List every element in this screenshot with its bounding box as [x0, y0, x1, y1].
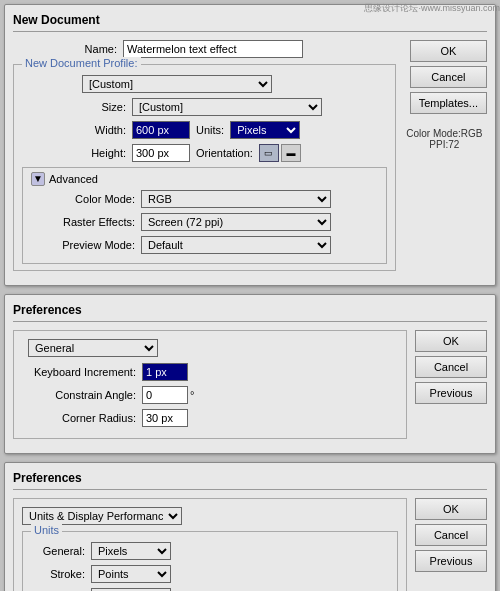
constrain-input[interactable] [142, 386, 188, 404]
preferences2-form: Units & Display Performance Units Genera… [13, 498, 407, 591]
constrain-unit: ° [190, 389, 194, 401]
name-row: Name: [13, 40, 396, 58]
general-select-row: General [22, 339, 398, 357]
raster-row: Raster Effects: Screen (72 ppi) [31, 213, 378, 231]
raster-label: Raster Effects: [31, 216, 141, 228]
keyboard-label: Keyboard Increment: [22, 366, 142, 378]
width-units-row: Width: Units: Pixels [22, 121, 387, 139]
profile-group: New Document Profile: [Custom] Size: [Cu… [13, 64, 396, 271]
new-document-templates-button[interactable]: Templates... [410, 92, 487, 114]
portrait-icon[interactable]: ▭ [259, 144, 279, 162]
landscape-icon[interactable]: ▬ [281, 144, 301, 162]
new-document-title: New Document [13, 13, 487, 32]
preferences2-title: Preferences [13, 471, 487, 490]
constrain-label: Constrain Angle: [22, 389, 142, 401]
stroke-units-select[interactable]: Points [91, 565, 171, 583]
size-row: Size: [Custom] [22, 98, 387, 116]
size-select[interactable]: [Custom] [132, 98, 322, 116]
stroke-units-row: Stroke: Points [31, 565, 389, 583]
preferences2-buttons: OK Cancel Previous [415, 498, 487, 591]
preview-label: Preview Mode: [31, 239, 141, 251]
preferences1-title: Preferences [13, 303, 487, 322]
corner-row: Corner Radius: [22, 409, 398, 427]
preview-select[interactable]: Default [141, 236, 331, 254]
orientation-icons: ▭ ▬ [259, 144, 301, 162]
preferences1-general-group: General Keyboard Increment: Constrain An… [13, 330, 407, 439]
name-input[interactable] [123, 40, 303, 58]
advanced-label: Advanced [49, 173, 98, 185]
units-subgroup: Units General: Pixels Stroke: Points [22, 531, 398, 591]
raster-select[interactable]: Screen (72 ppi) [141, 213, 331, 231]
color-mode-label: Color Mode: [31, 193, 141, 205]
profile-select[interactable]: [Custom] [82, 75, 272, 93]
height-orientation-row: Height: Orientation: ▭ ▬ [22, 144, 387, 162]
watermark: 思缘设计论坛·www.missyuan.com [364, 2, 500, 15]
stroke-units-label: Stroke: [31, 568, 91, 580]
color-mode-row: Color Mode: RGB [31, 190, 378, 208]
new-document-cancel-button[interactable]: Cancel [410, 66, 487, 88]
height-input[interactable] [132, 144, 190, 162]
new-document-form: Name: New Document Profile: [Custom] Siz… [13, 40, 396, 277]
preferences1-previous-button[interactable]: Previous [415, 382, 487, 404]
units-select[interactable]: Pixels [230, 121, 300, 139]
preferences2-group-select[interactable]: Units & Display Performance [22, 507, 182, 525]
preview-row: Preview Mode: Default [31, 236, 378, 254]
preferences1-general-select[interactable]: General [28, 339, 158, 357]
orientation-label: Orientation: [196, 147, 253, 159]
advanced-section: ▼ Advanced Color Mode: RGB Raster Effect… [22, 167, 387, 264]
width-label: Width: [22, 124, 132, 136]
width-input[interactable] [132, 121, 190, 139]
preferences2-cancel-button[interactable]: Cancel [415, 524, 487, 546]
preferences1-buttons: OK Cancel Previous [415, 330, 487, 445]
general-units-row: General: Pixels [31, 542, 389, 560]
advanced-arrow-icon: ▼ [31, 172, 45, 186]
preferences2-dialog: Preferences Units & Display Performance … [4, 462, 496, 591]
corner-label: Corner Radius: [22, 412, 142, 424]
profile-group-title: New Document Profile: [22, 57, 141, 69]
size-label: Size: [22, 101, 132, 113]
new-document-buttons: OK Cancel Templates... [410, 40, 487, 114]
preferences1-form: General Keyboard Increment: Constrain An… [13, 330, 407, 445]
height-label: Height: [22, 147, 132, 159]
units-subgroup-title: Units [31, 524, 62, 536]
preferences1-dialog: Preferences General Keyboard Increment: [4, 294, 496, 454]
constrain-row: Constrain Angle: ° [22, 386, 398, 404]
general-units-label: General: [31, 545, 91, 557]
color-mode-info: Color Mode:RGB PPI:72 [406, 126, 482, 152]
corner-input[interactable] [142, 409, 188, 427]
keyboard-input[interactable] [142, 363, 188, 381]
preferences2-previous-button[interactable]: Previous [415, 550, 487, 572]
units-display-select-row: Units & Display Performance [22, 507, 398, 525]
units-label: Units: [196, 124, 224, 136]
general-units-select[interactable]: Pixels [91, 542, 171, 560]
preferences2-ok-button[interactable]: OK [415, 498, 487, 520]
color-mode-select[interactable]: RGB [141, 190, 331, 208]
new-document-ok-button[interactable]: OK [410, 40, 487, 62]
preferences2-group: Units & Display Performance Units Genera… [13, 498, 407, 591]
name-label: Name: [13, 43, 123, 55]
preferences1-ok-button[interactable]: OK [415, 330, 487, 352]
advanced-title-row[interactable]: ▼ Advanced [31, 172, 378, 186]
new-document-dialog: New Document Name: New Document Profile:… [4, 4, 496, 286]
keyboard-row: Keyboard Increment: [22, 363, 398, 381]
preferences1-cancel-button[interactable]: Cancel [415, 356, 487, 378]
profile-row: [Custom] [22, 75, 387, 93]
